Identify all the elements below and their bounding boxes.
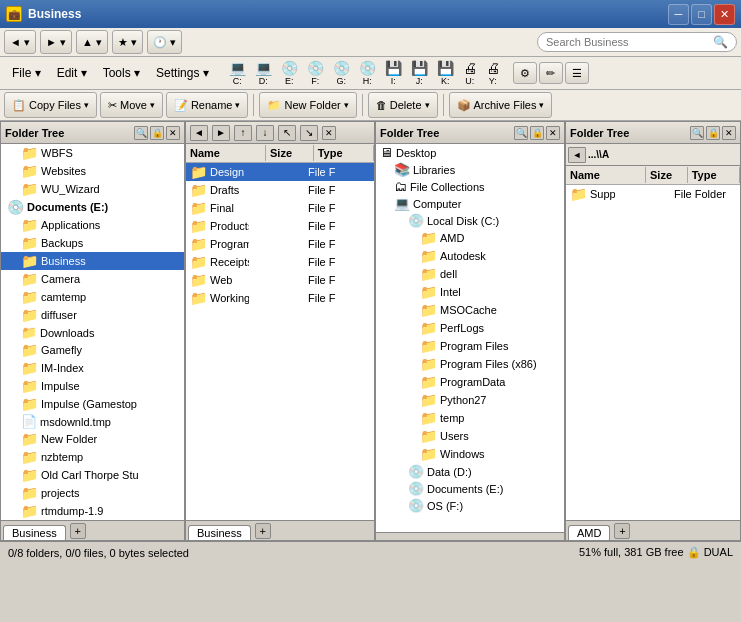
- file-item-receipts[interactable]: 📁Receipts File F: [186, 253, 374, 271]
- left-panel-search[interactable]: 🔍: [134, 126, 148, 140]
- tree-item-windows[interactable]: 📁Windows: [376, 445, 564, 463]
- center-panel-search[interactable]: 🔍: [514, 126, 528, 140]
- tree-item-old-carl[interactable]: 📁Old Carl Thorpe Stu: [1, 466, 184, 484]
- tree-item-users[interactable]: 📁Users: [376, 427, 564, 445]
- drive-u[interactable]: 🖨U:: [459, 59, 481, 87]
- tree-item-perflogs[interactable]: 📁PerfLogs: [376, 319, 564, 337]
- tree-item-libraries[interactable]: 📚 Libraries: [376, 161, 564, 178]
- drive-c[interactable]: 💻C:: [225, 59, 250, 87]
- right-panel-close[interactable]: ✕: [722, 126, 736, 140]
- history-button[interactable]: 🕐 ▾: [147, 30, 182, 54]
- tree-item-python27[interactable]: 📁Python27: [376, 391, 564, 409]
- drive-g[interactable]: 💿G:: [329, 59, 354, 87]
- extra-btn-3[interactable]: ☰: [565, 62, 589, 84]
- file-item-working[interactable]: 📁Working File F: [186, 289, 374, 307]
- file-item-web[interactable]: 📁Web File F: [186, 271, 374, 289]
- drive-j[interactable]: 💾J:: [407, 59, 432, 87]
- right-panel-lock[interactable]: 🔒: [706, 126, 720, 140]
- file-item-support[interactable]: 📁Support File Folder: [566, 185, 740, 203]
- right-addr-back[interactable]: ◄: [568, 147, 586, 163]
- extra-btn-1[interactable]: ⚙: [513, 62, 537, 84]
- tree-item-new-folder[interactable]: 📁New Folder: [1, 430, 184, 448]
- up-button[interactable]: ▲ ▾: [76, 30, 108, 54]
- right-tab-amd[interactable]: AMD: [568, 525, 610, 540]
- back-button[interactable]: ◄ ▾: [4, 30, 36, 54]
- file-item-design[interactable]: 📁Design File F: [186, 163, 374, 181]
- left-panel-close[interactable]: ✕: [166, 126, 180, 140]
- tree-item-wbfs[interactable]: 📁WBFS: [1, 144, 184, 162]
- minimize-button[interactable]: ─: [668, 4, 689, 25]
- menu-settings[interactable]: Settings ▾: [148, 64, 217, 82]
- tree-item-documents-e[interactable]: 💿 Documents (E:): [1, 198, 184, 216]
- tree-item-camera[interactable]: 📁Camera: [1, 270, 184, 288]
- tree-item-amd[interactable]: 📁AMD: [376, 229, 564, 247]
- tree-item-msdownld[interactable]: 📄msdownld.tmp: [1, 413, 184, 430]
- addr-end[interactable]: ↘: [300, 125, 318, 141]
- tree-item-documents-e2[interactable]: 💿 Documents (E:): [376, 480, 564, 497]
- tree-item-backups[interactable]: 📁Backups: [1, 234, 184, 252]
- tree-item-dell[interactable]: 📁dell: [376, 265, 564, 283]
- archive-files-button[interactable]: 📦 Archive Files ▾: [449, 92, 553, 118]
- file-item-final[interactable]: 📁Final File F: [186, 199, 374, 217]
- file-item-programming[interactable]: 📁Programming File F: [186, 235, 374, 253]
- center-panel-lock[interactable]: 🔒: [530, 126, 544, 140]
- middle-panel-content[interactable]: 📁Design File F 📁Drafts File F 📁Final Fil…: [186, 163, 374, 520]
- tree-item-intel[interactable]: 📁Intel: [376, 283, 564, 301]
- left-panel-content[interactable]: 📁WBFS 📁Websites 📁WU_Wizard 💿 Documents (…: [1, 144, 184, 520]
- menu-edit[interactable]: Edit ▾: [49, 64, 95, 82]
- move-button[interactable]: ✂ Move ▾: [100, 92, 163, 118]
- right-panel-content[interactable]: 📁Support File Folder: [566, 185, 740, 520]
- left-tab-add[interactable]: +: [70, 523, 86, 539]
- tree-item-business[interactable]: 📁 Business: [1, 252, 184, 270]
- bookmarks-button[interactable]: ★ ▾: [112, 30, 143, 54]
- drive-e[interactable]: 💿E:: [277, 59, 302, 87]
- tree-item-diffuser[interactable]: 📁diffuser: [1, 306, 184, 324]
- drive-y[interactable]: 🖨Y:: [482, 59, 504, 87]
- file-item-products[interactable]: 📁Products File F: [186, 217, 374, 235]
- maximize-button[interactable]: □: [691, 4, 712, 25]
- tree-item-im-index[interactable]: 📁IM-Index: [1, 359, 184, 377]
- tree-item-autodesk[interactable]: 📁Autodesk: [376, 247, 564, 265]
- drive-k[interactable]: 💾K:: [433, 59, 458, 87]
- tree-item-applications[interactable]: 📁Applications: [1, 216, 184, 234]
- search-input[interactable]: [546, 36, 713, 48]
- tree-item-websites[interactable]: 📁Websites: [1, 162, 184, 180]
- addr-up[interactable]: ↑: [234, 125, 252, 141]
- tree-item-impulse-gamestop[interactable]: 📁Impulse (Gamestop: [1, 395, 184, 413]
- right-col-size-header[interactable]: Size: [646, 167, 688, 183]
- addr-back[interactable]: ◄: [190, 125, 208, 141]
- right-tab-add[interactable]: +: [614, 523, 630, 539]
- tree-item-camtemp[interactable]: 📁camtemp: [1, 288, 184, 306]
- tree-item-wu-wizard[interactable]: 📁WU_Wizard: [1, 180, 184, 198]
- new-folder-button[interactable]: 📁 New Folder ▾: [259, 92, 356, 118]
- menu-file[interactable]: File ▾: [4, 64, 49, 82]
- tree-item-computer[interactable]: 💻 Computer: [376, 195, 564, 212]
- tree-item-gamefly[interactable]: 📁Gamefly: [1, 341, 184, 359]
- addr-down[interactable]: ↓: [256, 125, 274, 141]
- menu-tools[interactable]: Tools ▾: [95, 64, 148, 82]
- extra-btn-2[interactable]: ✏: [539, 62, 563, 84]
- col-type-header[interactable]: Type: [314, 145, 374, 161]
- center-panel-close[interactable]: ✕: [546, 126, 560, 140]
- tree-item-file-collections[interactable]: 🗂 File Collections: [376, 178, 564, 195]
- left-panel-lock[interactable]: 🔒: [150, 126, 164, 140]
- drive-f[interactable]: 💿F:: [303, 59, 328, 87]
- tree-item-impulse[interactable]: 📁Impulse: [1, 377, 184, 395]
- tree-item-desktop[interactable]: 🖥 Desktop: [376, 144, 564, 161]
- file-item-drafts[interactable]: 📁Drafts File F: [186, 181, 374, 199]
- col-name-header[interactable]: Name: [186, 145, 266, 161]
- tree-item-downloads[interactable]: 📁Downloads: [1, 324, 184, 341]
- middle-tab-business[interactable]: Business: [188, 525, 251, 540]
- addr-fwd[interactable]: ►: [212, 125, 230, 141]
- right-col-name-header[interactable]: Name: [566, 167, 646, 183]
- tree-item-nzbtemp[interactable]: 📁nzbtemp: [1, 448, 184, 466]
- middle-panel-close[interactable]: ✕: [322, 126, 336, 140]
- tree-item-rtmdump[interactable]: 📁rtmdump-1.9: [1, 502, 184, 520]
- tree-item-temp[interactable]: 📁temp: [376, 409, 564, 427]
- tree-item-program-files[interactable]: 📁Program Files: [376, 337, 564, 355]
- drive-d[interactable]: 💻D:: [251, 59, 276, 87]
- tree-item-local-disk-c[interactable]: 💿 Local Disk (C:): [376, 212, 564, 229]
- forward-button[interactable]: ► ▾: [40, 30, 72, 54]
- middle-tab-add[interactable]: +: [255, 523, 271, 539]
- right-col-type-header[interactable]: Type: [688, 167, 740, 183]
